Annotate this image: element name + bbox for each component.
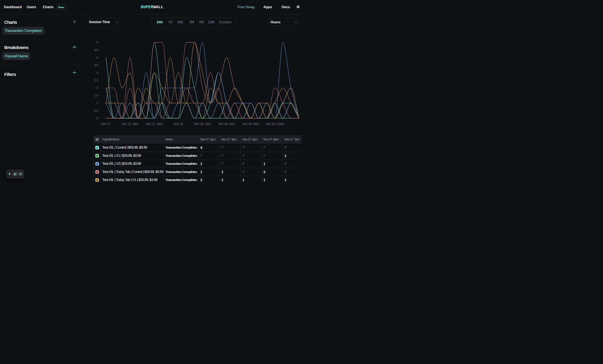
svg-text:0.5: 0.5 <box>94 109 98 113</box>
svg-text:Nov 28, 12pm: Nov 28, 12pm <box>266 122 284 125</box>
svg-text:Nov 27, 9pm: Nov 27, 9pm <box>146 122 162 125</box>
svg-text:2.5: 2.5 <box>94 79 98 82</box>
svg-text:Nov 27, 6pm: Nov 27, 6pm <box>122 122 138 125</box>
svg-text:5: 5 <box>96 41 98 44</box>
svg-text:4.5: 4.5 <box>94 48 98 52</box>
svg-text:Nov 28, 6am: Nov 28, 6am <box>218 122 235 125</box>
svg-text:3: 3 <box>96 71 98 74</box>
svg-text:4: 4 <box>96 56 98 59</box>
svg-text:1.5: 1.5 <box>94 94 98 97</box>
svg-text:Nov 28, 3am: Nov 28, 3am <box>194 122 211 125</box>
svg-text:3.5: 3.5 <box>94 63 98 67</box>
svg-text:1: 1 <box>96 101 98 105</box>
svg-text:2: 2 <box>96 86 98 90</box>
svg-text:0: 0 <box>96 117 98 120</box>
svg-text:Nov 28: Nov 28 <box>174 122 183 125</box>
svg-text:Nov 27: Nov 27 <box>101 122 111 125</box>
svg-text:Nov 28, 9am: Nov 28, 9am <box>243 122 259 125</box>
